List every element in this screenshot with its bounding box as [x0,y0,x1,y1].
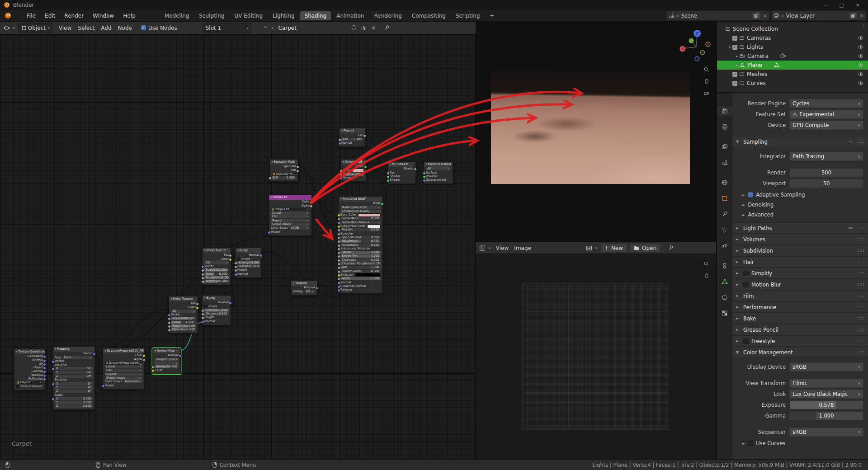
node-row-object[interactable]: Object [16,366,43,369]
node-row-strength[interactable]: Strength1.000 [204,309,229,312]
node-row-vector[interactable]: Vector [204,265,229,268]
node-row-metallic[interactable]: Metallic0.000 [340,228,381,231]
node-header[interactable]: ▾Mix Shader [388,162,415,167]
node-row-surface[interactable]: Surface [426,171,451,174]
node-socket[interactable] [337,240,340,243]
grip-icon[interactable]: ∷∷ [858,248,864,253]
vector-component[interactable]: X0° [55,382,93,385]
node-header[interactable]: ▾Specular Math [270,160,298,164]
property-dropdown[interactable]: Filmic∨ [789,379,863,388]
node-row-clearcoat-normal[interactable]: Clearcoat Normal [340,285,381,288]
node-row-fac[interactable]: Fac [171,302,196,305]
node-fresnel[interactable]: ▾FresnelFacIOR1.380Normal [339,128,365,147]
workspace-tab-rendering[interactable]: Rendering [369,11,406,20]
workspace-tab-sculpting[interactable]: Sculpting [194,11,229,20]
collapse-icon[interactable]: ▾ [341,129,343,132]
dropdown[interactable]: Single Image∨ [105,376,142,380]
property-dropdown[interactable]: ⚠Experimental∨ [789,110,863,119]
node-row-emission[interactable]: Emission [340,273,381,277]
collapse-icon[interactable]: ▾ [426,163,427,165]
outliner-row-camera[interactable]: ▸Camera [717,52,868,61]
node-row-alpha[interactable]: Alpha1.000 [340,277,381,280]
node-socket[interactable] [52,360,55,363]
node-material-output[interactable]: ▾Material OutputAll∨SurfaceVolumeDisplac… [424,161,453,184]
value-slider[interactable]: Clearcoat Roughness0.030 [340,262,381,265]
node-row-shader[interactable]: Shader [390,175,414,178]
node-socket[interactable] [387,172,390,175]
node-header[interactable]: ▾Stripes.tif [269,195,311,200]
node-socket[interactable] [168,317,171,320]
node-socket[interactable] [337,225,340,228]
dropdown[interactable]: Multiscatter GGX∨ [340,206,381,209]
eye-icon[interactable] [858,35,863,41]
node-row-z[interactable]: Z3.000 [55,404,93,408]
dropdown[interactable]: sRGB∨ [290,226,310,230]
node-row-vector[interactable]: Vector [55,352,93,355]
value-slider[interactable]: Sigma1.000 [343,173,364,176]
node-row-scale[interactable]: Scale [55,394,93,397]
value-slider[interactable]: Sheen1.000 [340,251,381,254]
scene-unlink-button[interactable]: × [763,13,767,19]
section-checkbox[interactable] [743,282,749,287]
node-row-reflection[interactable]: Reflection [16,377,43,381]
image-menu-view[interactable]: View [494,244,511,252]
node-row-height[interactable]: Height [204,316,229,319]
preset-icon[interactable]: ≔ [848,139,853,144]
node-row-clearcoat-roughness[interactable]: Clearcoat Roughness0.030 [340,262,381,265]
node-row-vector[interactable]: Vector [171,313,196,316]
section-simplify[interactable]: ►Simplify∷∷ [732,268,868,279]
node-row-subsurface-color[interactable]: Subsurface Color [340,225,381,228]
unlink-icon[interactable]: × [40,381,42,384]
workspace-tab-animation[interactable]: Animation [332,11,368,20]
grip-icon[interactable]: ∷∷ [858,282,864,287]
grip-icon[interactable]: ∷∷ [858,293,864,298]
node-row-distortion[interactable]: Distortion5.000 [204,280,229,283]
node-row-distortion[interactable]: Distortion1.000 [171,328,196,331]
node-socket[interactable] [43,374,46,377]
node-row-strength[interactable]: Strength0.600 [155,365,179,368]
collection-checkbox[interactable]: ✓ [732,45,737,50]
node-socket[interactable] [337,214,340,217]
editor-type-shader-icon[interactable] [4,25,10,31]
node-row-flat[interactable]: Flat∨ [105,369,142,372]
menu-window[interactable]: Window [89,12,118,20]
node-row-normal[interactable]: Normal [155,354,179,357]
eye-icon[interactable] [858,80,863,86]
outliner-row-plane[interactable]: ▸Plane [717,61,868,70]
node-row-normal[interactable]: Normal [16,359,43,362]
node-row-object-[interactable]: Object:× [16,381,43,384]
subpanel-advanced[interactable]: ►Advanced [732,210,868,220]
collapse-icon[interactable]: ▾ [105,349,106,352]
node-socket[interactable] [268,231,271,234]
dropdown[interactable]: Flat∨ [105,369,142,372]
collapse-icon[interactable]: ▾ [271,196,272,198]
grip-icon[interactable]: ∷∷ [858,259,864,264]
node-row-color[interactable]: Color [343,169,364,172]
dropdown[interactable]: Subsurface Radius∨ [340,221,381,224]
fake-user-shield-icon[interactable] [351,25,357,31]
node-socket[interactable] [52,398,55,401]
workspace-tab-scripting[interactable]: Scripting [451,11,484,20]
node-row-invert[interactable]: Invert [204,305,229,308]
node-row-x[interactable]: X0m [55,367,93,370]
vector-component[interactable]: Z3.000 [55,404,93,408]
node-row-roughness[interactable]: Roughness1.000 [204,276,229,279]
node-row-tangent[interactable]: Tangent [293,286,315,289]
preset-icon[interactable]: ≔ [848,226,853,230]
shader-node-editor[interactable]: ▾Texture CoordinateGeneratedNormalUVObje… [0,34,476,459]
outliner-row-curves[interactable]: ✓Curves [717,79,868,88]
node-row-vector[interactable]: Vector [271,230,310,234]
node-socket[interactable] [423,172,426,175]
section-checkbox[interactable] [743,338,749,344]
subpanel-adaptive-sampling[interactable]: ►Adaptive Sampling [732,190,868,200]
zoom-tool-icon[interactable] [703,67,710,72]
value-slider[interactable]: Roughness1.000 [204,276,229,279]
collapse-icon[interactable]: ▾ [55,348,56,350]
view-layer-selector[interactable]: ∨ View Layer × [771,11,866,20]
node-socket[interactable] [337,221,340,225]
node-socket[interactable] [337,217,340,221]
node-texture-coordinate[interactable]: ▾Texture CoordinateGeneratedNormalUVObje… [14,349,45,390]
node-header[interactable]: ▾Normal Map [153,348,180,353]
node-row-anisotropic[interactable]: Anisotropic0.000 [340,244,381,247]
properties-tab-modifiers[interactable] [717,209,732,219]
